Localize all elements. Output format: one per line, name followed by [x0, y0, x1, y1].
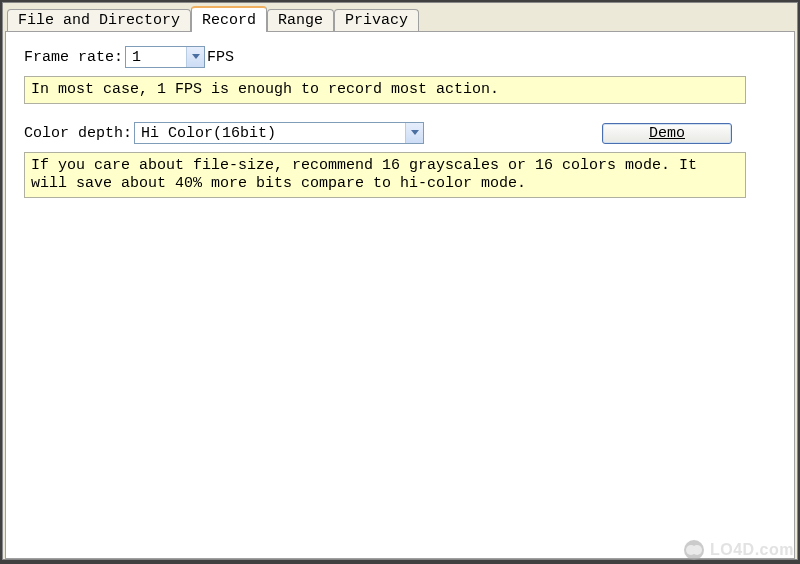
tab-file-and-directory[interactable]: File and Directory — [7, 9, 191, 31]
color-depth-hint: If you care about file-size, recommend 1… — [24, 152, 746, 198]
color-depth-row: Color depth: Hi Color(16bit) Demo — [24, 122, 776, 144]
tab-record[interactable]: Record — [191, 6, 267, 32]
frame-rate-combobox[interactable]: 1 — [125, 46, 205, 68]
color-depth-label: Color depth: — [24, 125, 132, 142]
watermark-text: LO4D.com — [710, 541, 794, 559]
demo-button[interactable]: Demo — [602, 123, 732, 144]
tab-content-record: Frame rate: 1 FPS In most case, 1 FPS is… — [5, 31, 795, 559]
frame-rate-label: Frame rate: — [24, 49, 123, 66]
globe-icon — [684, 540, 704, 560]
color-depth-combobox[interactable]: Hi Color(16bit) — [134, 122, 424, 144]
watermark: LO4D.com — [684, 540, 794, 560]
frame-rate-value: 1 — [126, 49, 186, 66]
tab-range[interactable]: Range — [267, 9, 334, 31]
frame-rate-hint: In most case, 1 FPS is enough to record … — [24, 76, 746, 104]
frame-rate-row: Frame rate: 1 FPS — [24, 46, 776, 68]
tab-privacy[interactable]: Privacy — [334, 9, 419, 31]
tab-strip: File and Directory Record Range Privacy — [3, 3, 797, 31]
color-depth-value: Hi Color(16bit) — [135, 125, 405, 142]
settings-window: File and Directory Record Range Privacy … — [2, 2, 798, 560]
frame-rate-suffix: FPS — [207, 49, 234, 66]
chevron-down-icon — [186, 47, 204, 67]
chevron-down-icon — [405, 123, 423, 143]
